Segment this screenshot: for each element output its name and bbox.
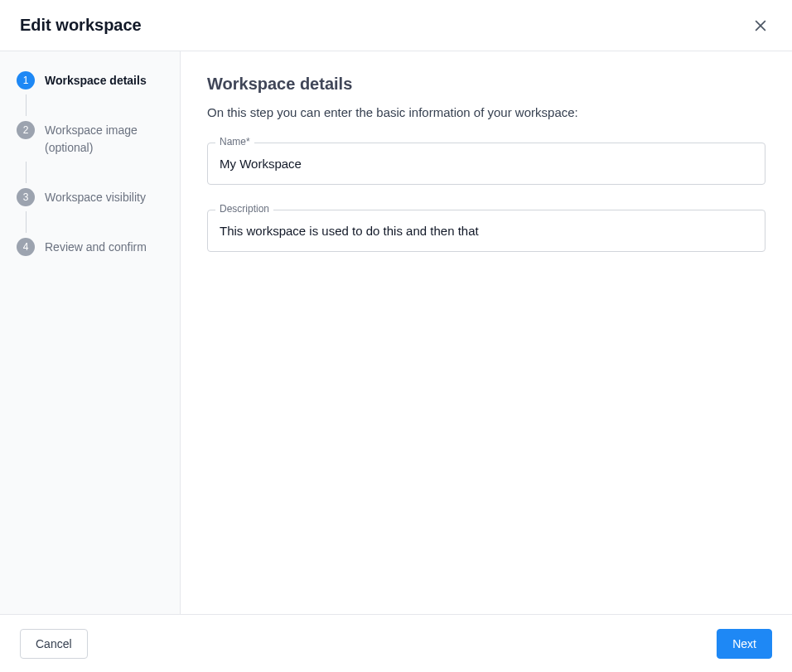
step-connector: [26, 162, 27, 183]
name-input[interactable]: [207, 143, 765, 185]
step-number-badge: 2: [17, 121, 35, 139]
stepper: 1 Workspace details 2 Workspace image (o…: [17, 71, 165, 256]
step-number-badge: 3: [17, 188, 35, 206]
cancel-button[interactable]: Cancel: [20, 629, 88, 659]
step-label: Workspace image (optional): [45, 121, 165, 157]
step-label: Review and confirm: [45, 238, 147, 256]
stepper-sidebar: 1 Workspace details 2 Workspace image (o…: [0, 51, 181, 614]
close-icon: [752, 17, 769, 34]
step-label: Workspace visibility: [45, 188, 146, 206]
step-connector: [26, 94, 27, 116]
close-button[interactable]: [749, 14, 772, 37]
dialog-title: Edit workspace: [20, 16, 142, 35]
step-number-badge: 4: [17, 238, 35, 256]
description-input[interactable]: [207, 210, 765, 252]
next-button[interactable]: Next: [717, 629, 772, 659]
page-description: On this step you can enter the basic inf…: [207, 105, 765, 119]
description-field-wrapper: Description: [207, 210, 765, 252]
name-field-label: Name*: [215, 136, 254, 147]
main-content: Workspace details On this step you can e…: [181, 51, 792, 614]
description-field-label: Description: [215, 203, 273, 215]
step-number-badge: 1: [17, 71, 35, 89]
step-review-confirm[interactable]: 4 Review and confirm: [17, 238, 165, 256]
page-title: Workspace details: [207, 75, 765, 94]
step-workspace-visibility[interactable]: 3 Workspace visibility: [17, 188, 165, 206]
dialog-footer: Cancel Next: [0, 614, 792, 672]
step-connector: [26, 211, 27, 233]
name-field-wrapper: Name*: [207, 143, 765, 185]
step-workspace-details[interactable]: 1 Workspace details: [17, 71, 165, 89]
dialog-body: 1 Workspace details 2 Workspace image (o…: [0, 51, 792, 614]
step-workspace-image[interactable]: 2 Workspace image (optional): [17, 121, 165, 157]
dialog-header: Edit workspace: [0, 0, 792, 51]
step-label: Workspace details: [45, 71, 147, 89]
